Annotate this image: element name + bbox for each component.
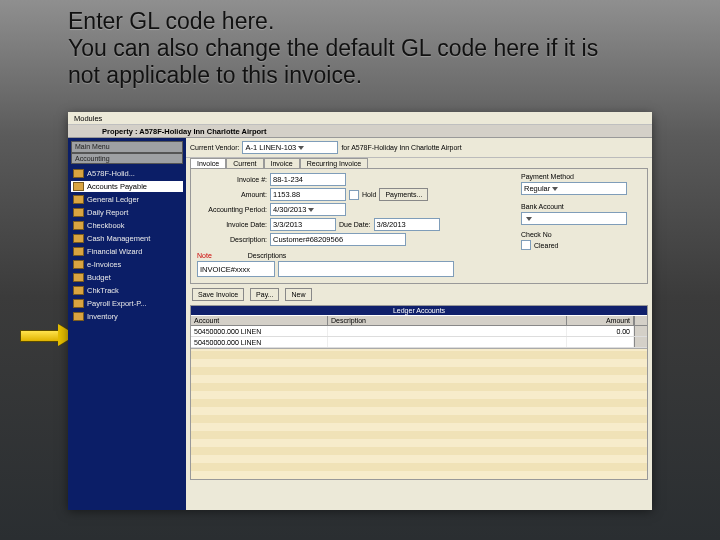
cell-amount[interactable]: 0.00 <box>567 326 634 336</box>
sidebar-item-cash-management[interactable]: Cash Management <box>71 233 183 244</box>
period-label: Accounting Period: <box>197 206 267 213</box>
payment-method-label: Payment Method <box>521 173 641 180</box>
col-description[interactable]: Description <box>328 316 567 325</box>
invoice-form: Invoice #:88-1-234 Amount:1153.88HoldPay… <box>190 168 648 284</box>
sidebar-item-einvoices[interactable]: e-Invoices <box>71 259 183 270</box>
window-title: Property : A578F-Holiday Inn Charlotte A… <box>102 127 266 136</box>
descriptions-label: Descriptions <box>248 252 287 259</box>
cleared-label: Cleared <box>534 242 559 249</box>
note-input[interactable]: INVOICE#xxxx <box>197 261 275 277</box>
hold-checkbox[interactable] <box>349 190 359 200</box>
amount-label: Amount: <box>197 191 267 198</box>
folder-icon <box>73 312 84 321</box>
sidebar-item-daily-report[interactable]: Daily Report <box>71 207 183 218</box>
amount-input[interactable]: 1153.88 <box>270 188 346 201</box>
folder-icon <box>73 260 84 269</box>
menu-modules[interactable]: Modules <box>74 114 102 123</box>
ledger-row[interactable]: 50450000.000 LINEN 0.00 <box>191 326 647 337</box>
sidebar-item-chktrack[interactable]: ChkTrack <box>71 285 183 296</box>
payments-button[interactable]: Payments... <box>379 188 428 201</box>
vendor-for-label: for A578F-Holiday Inn Charlotte Airport <box>341 144 461 151</box>
menubar[interactable]: Modules <box>68 112 652 125</box>
due-date-label: Due Date: <box>339 221 371 228</box>
grid-scrollbar[interactable] <box>634 337 647 347</box>
sidebar-item-financial-wizard[interactable]: Financial Wizard <box>71 246 183 257</box>
bank-account-dropdown[interactable] <box>521 212 627 225</box>
cleared-checkbox[interactable] <box>521 240 531 250</box>
grid-scrollbar[interactable] <box>634 326 647 336</box>
ledger-grid: Ledger Accounts Account Description Amou… <box>190 305 648 480</box>
tab-current[interactable]: Current <box>226 158 263 168</box>
app-screenshot: Modules Property : A578F-Holiday Inn Cha… <box>68 112 652 508</box>
ledger-title: Ledger Accounts <box>191 306 647 315</box>
folder-icon <box>73 208 84 217</box>
payment-method-dropdown[interactable]: Regular <box>521 182 627 195</box>
sidebar-tab-main[interactable]: Main Menu <box>71 141 183 153</box>
save-invoice-button[interactable]: Save Invoice <box>192 288 244 301</box>
description-label: Description: <box>197 236 267 243</box>
sidebar-item-budget[interactable]: Budget <box>71 272 183 283</box>
pay-button[interactable]: Pay... <box>250 288 279 301</box>
folder-icon <box>73 234 84 243</box>
col-account[interactable]: Account <box>191 316 328 325</box>
ledger-header: Account Description Amount <box>191 315 647 326</box>
invoice-date-label: Invoice Date: <box>197 221 267 228</box>
descriptions-input[interactable] <box>278 261 454 277</box>
cell-description[interactable] <box>328 337 567 347</box>
instruction-caption: Enter GL code here. You can also change … <box>68 8 628 89</box>
caption-line-1: Enter GL code here. <box>68 8 274 34</box>
vendor-row: Current Vendor: A-1 LINEN-103 for A578F-… <box>186 138 652 158</box>
ledger-empty-area <box>191 348 647 479</box>
window-titlebar: Property : A578F-Holiday Inn Charlotte A… <box>68 125 652 138</box>
cell-description[interactable] <box>328 326 567 336</box>
due-date-input[interactable]: 3/8/2013 <box>374 218 440 231</box>
invoice-date-input[interactable]: 3/3/2013 <box>270 218 336 231</box>
sidebar-item-property[interactable]: A578F-Holid... <box>71 168 183 179</box>
col-amount[interactable]: Amount <box>567 316 634 325</box>
action-button-row: Save Invoice Pay... New <box>186 286 652 303</box>
folder-icon <box>73 195 84 204</box>
description-input[interactable]: Customer#68209566 <box>270 233 406 246</box>
tab-invoice[interactable]: Invoice <box>190 158 226 168</box>
hold-label: Hold <box>362 191 376 198</box>
main-panel: Current Vendor: A-1 LINEN-103 for A578F-… <box>186 138 652 510</box>
folder-icon <box>73 273 84 282</box>
sidebar-tab-accounting[interactable]: Accounting <box>71 153 183 165</box>
folder-icon <box>73 286 84 295</box>
invoice-no-input[interactable]: 88-1-234 <box>270 173 346 186</box>
check-no-label: Check No <box>521 231 552 238</box>
folder-icon <box>73 221 84 230</box>
vendor-dropdown[interactable]: A-1 LINEN-103 <box>242 141 338 154</box>
sidebar: Main Menu Accounting A578F-Holid... Acco… <box>68 138 186 510</box>
folder-icon <box>73 169 84 178</box>
folder-icon <box>73 182 84 191</box>
ledger-row[interactable]: 50450000.000 LINEN <box>191 337 647 348</box>
tab-invoice-2[interactable]: Invoice <box>264 158 300 168</box>
sidebar-item-inventory[interactable]: Inventory <box>71 311 183 322</box>
tab-recurring[interactable]: Recurring Invoice <box>300 158 368 168</box>
sidebar-item-general-ledger[interactable]: General Ledger <box>71 194 183 205</box>
folder-icon <box>73 247 84 256</box>
invoice-no-label: Invoice #: <box>197 176 267 183</box>
invoice-tabs: Invoice Current Invoice Recurring Invoic… <box>190 158 648 168</box>
vendor-label: Current Vendor: <box>190 144 239 151</box>
new-button[interactable]: New <box>285 288 311 301</box>
note-label: Note <box>197 252 212 259</box>
grid-scrollbar[interactable] <box>634 316 647 325</box>
cell-account[interactable]: 50450000.000 LINEN <box>191 337 328 347</box>
period-dropdown[interactable]: 4/30/2013 <box>270 203 346 216</box>
bank-account-label: Bank Account <box>521 203 641 210</box>
cell-amount[interactable] <box>567 337 634 347</box>
caption-line-2: You can also change the default GL code … <box>68 35 598 88</box>
sidebar-item-checkbook[interactable]: Checkbook <box>71 220 183 231</box>
sidebar-item-payroll-export[interactable]: Payroll Export-P... <box>71 298 183 309</box>
cell-account[interactable]: 50450000.000 LINEN <box>191 326 328 336</box>
folder-icon <box>73 299 84 308</box>
sidebar-item-accounts-payable[interactable]: Accounts Payable <box>71 181 183 192</box>
